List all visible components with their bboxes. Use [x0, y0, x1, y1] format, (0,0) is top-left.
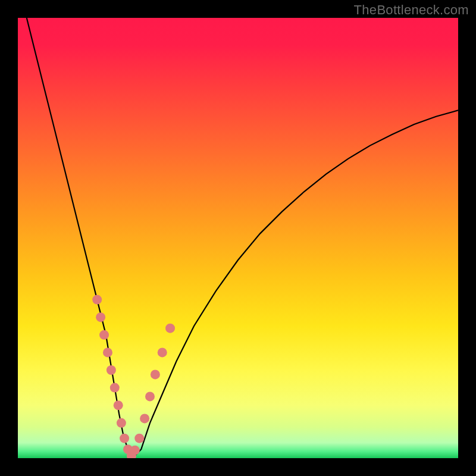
plot-area: [18, 18, 458, 458]
data-dot: [117, 418, 126, 428]
data-dot: [130, 446, 140, 455]
data-dot: [140, 414, 149, 423]
data-dot: [99, 330, 109, 340]
data-dot: [145, 392, 155, 401]
data-dot: [107, 365, 116, 375]
data-dot: [151, 369, 160, 379]
data-dot: [103, 347, 112, 357]
data-dot: [134, 434, 144, 443]
chart-background: [18, 18, 458, 458]
chart-frame: TheBottleneck.com: [0, 0, 476, 476]
data-dot: [158, 347, 167, 357]
data-dot: [92, 295, 102, 305]
data-dot: [110, 383, 120, 393]
data-dot: [114, 400, 123, 410]
watermark: TheBottleneck.com: [354, 2, 469, 18]
chart-svg: [18, 18, 458, 458]
data-dot: [165, 324, 175, 333]
data-dot: [96, 312, 105, 322]
data-dot: [120, 434, 129, 443]
